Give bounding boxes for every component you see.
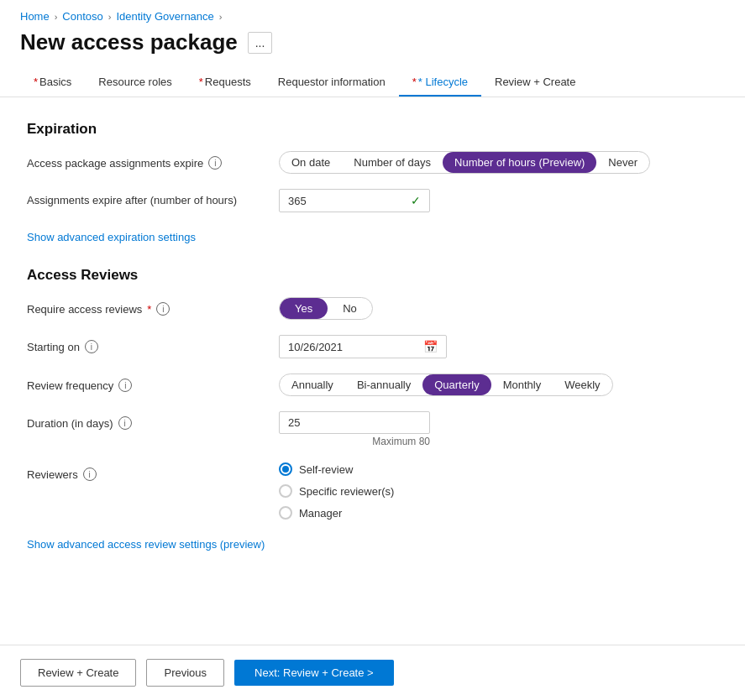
frequency-control: Annually Bi-annually Quarterly Monthly W… — [279, 374, 613, 396]
expire-number-days[interactable]: Number of days — [342, 152, 443, 173]
reviewers-label: Reviewers i — [27, 462, 279, 481]
starting-on-value: 10/26/2021 — [288, 341, 343, 353]
require-toggle: Yes No — [279, 297, 373, 320]
previous-button[interactable]: Previous — [146, 659, 224, 687]
page-title: New access package — [20, 29, 238, 55]
tab-lifecycle[interactable]: * Lifecycle — [399, 69, 481, 97]
expiration-section: Expiration Access package assignments ex… — [27, 121, 718, 250]
review-frequency-label: Review frequency i — [27, 374, 279, 392]
reviewers-info-icon[interactable]: i — [83, 468, 97, 481]
expiration-title: Expiration — [27, 121, 718, 138]
assignments-expire-label: Access package assignments expire i — [27, 151, 279, 170]
duration-input[interactable] — [279, 411, 430, 434]
require-yes[interactable]: Yes — [280, 298, 328, 319]
frequency-info-icon[interactable]: i — [118, 379, 132, 392]
reviewer-self-review-radio[interactable] — [279, 462, 292, 476]
require-reviews-row: Require access reviews * i Yes No — [27, 297, 718, 320]
expire-hours-input[interactable] — [288, 195, 389, 207]
require-reviews-info-icon[interactable]: i — [156, 302, 170, 316]
reviewer-specific[interactable]: Specific reviewer(s) — [279, 484, 394, 498]
tab-review-create[interactable]: Review + Create — [481, 69, 589, 97]
reviewers-row: Reviewers i Self-review Specific reviewe… — [27, 462, 718, 520]
access-reviews-section: Access Reviews Require access reviews * … — [27, 267, 718, 557]
calendar-icon: 📅 — [423, 340, 438, 353]
reviewer-manager[interactable]: Manager — [279, 506, 394, 520]
freq-bi-annually[interactable]: Bi-annually — [345, 374, 422, 395]
duration-info-icon[interactable]: i — [118, 416, 132, 430]
tab-requestor-information[interactable]: Requestor information — [265, 69, 399, 97]
tab-resource-roles[interactable]: Resource roles — [85, 69, 185, 97]
duration-label: Duration (in days) i — [27, 411, 279, 430]
assignments-expire-info-icon[interactable]: i — [208, 156, 222, 170]
show-advanced-access-review-link[interactable]: Show advanced access review settings (pr… — [27, 538, 265, 551]
duration-max-hint: Maximum 80 — [279, 436, 430, 447]
expire-hours-control: ✓ — [279, 189, 430, 212]
freq-weekly[interactable]: Weekly — [553, 374, 611, 395]
assignments-expire-row: Access package assignments expire i On d… — [27, 151, 718, 174]
starting-on-label: Starting on i — [27, 335, 279, 353]
freq-monthly[interactable]: Monthly — [491, 374, 554, 395]
breadcrumb-sep-1: › — [55, 12, 58, 22]
more-button[interactable]: ... — [248, 32, 273, 54]
expire-never[interactable]: Never — [596, 152, 649, 173]
expire-options-control: On date Number of days Number of hours (… — [279, 151, 650, 174]
expire-number-hours[interactable]: Number of hours (Preview) — [443, 152, 596, 173]
reviewer-specific-label: Specific reviewer(s) — [299, 485, 394, 498]
reviewers-control: Self-review Specific reviewer(s) Manager — [279, 462, 394, 520]
expire-hours-row: Assignments expire after (number of hour… — [27, 189, 718, 212]
freq-quarterly[interactable]: Quarterly — [422, 374, 491, 395]
duration-input-wrap: Maximum 80 — [279, 411, 430, 447]
breadcrumb-contoso[interactable]: Contoso — [62, 10, 102, 23]
review-create-button[interactable]: Review + Create — [20, 659, 136, 687]
access-reviews-title: Access Reviews — [27, 267, 718, 284]
starting-on-input[interactable]: 10/26/2021 📅 — [279, 335, 447, 358]
reviewer-manager-label: Manager — [299, 507, 342, 520]
reviewers-radio-group: Self-review Specific reviewer(s) Manager — [279, 462, 394, 520]
breadcrumb-sep-2: › — [108, 12, 112, 22]
show-advanced-expiration-link[interactable]: Show advanced expiration settings — [27, 231, 196, 243]
expire-hours-input-wrap[interactable]: ✓ — [279, 189, 430, 212]
duration-row: Duration (in days) i Maximum 80 — [27, 411, 718, 447]
expire-segmented: On date Number of days Number of hours (… — [279, 151, 650, 174]
tab-navigation: Basics Resource roles Requests Requestor… — [0, 69, 745, 97]
reviewer-self-review[interactable]: Self-review — [279, 462, 394, 476]
tab-requests[interactable]: Requests — [186, 69, 265, 97]
tab-basics[interactable]: Basics — [20, 69, 85, 97]
reviewer-manager-radio[interactable] — [279, 506, 292, 520]
hours-check-icon: ✓ — [411, 194, 421, 207]
breadcrumb-identity-governance[interactable]: Identity Governance — [116, 10, 213, 23]
require-no[interactable]: No — [328, 298, 372, 319]
breadcrumb-sep-3: › — [219, 12, 223, 22]
starting-on-row: Starting on i 10/26/2021 📅 — [27, 335, 718, 358]
next-button[interactable]: Next: Review + Create > — [234, 660, 394, 686]
require-yes-no: Yes No — [279, 297, 373, 320]
duration-control: Maximum 80 — [279, 411, 430, 447]
expire-hours-label: Assignments expire after (number of hour… — [27, 189, 279, 206]
require-reviews-label: Require access reviews * i — [27, 297, 279, 316]
review-frequency-row: Review frequency i Annually Bi-annually … — [27, 374, 718, 396]
freq-annually[interactable]: Annually — [280, 374, 345, 395]
breadcrumb: Home › Contoso › Identity Governance › — [0, 0, 745, 26]
starting-on-control: 10/26/2021 📅 — [279, 335, 447, 358]
frequency-segmented: Annually Bi-annually Quarterly Monthly W… — [279, 374, 613, 396]
main-content: Expiration Access package assignments ex… — [0, 97, 745, 645]
reviewer-specific-radio[interactable] — [279, 484, 292, 498]
reviewer-self-review-label: Self-review — [299, 463, 353, 476]
breadcrumb-home[interactable]: Home — [20, 10, 50, 23]
footer: Review + Create Previous Next: Review + … — [0, 645, 745, 700]
page-header: New access package ... — [0, 26, 745, 69]
starting-on-info-icon[interactable]: i — [85, 340, 98, 353]
expire-on-date[interactable]: On date — [280, 152, 342, 173]
